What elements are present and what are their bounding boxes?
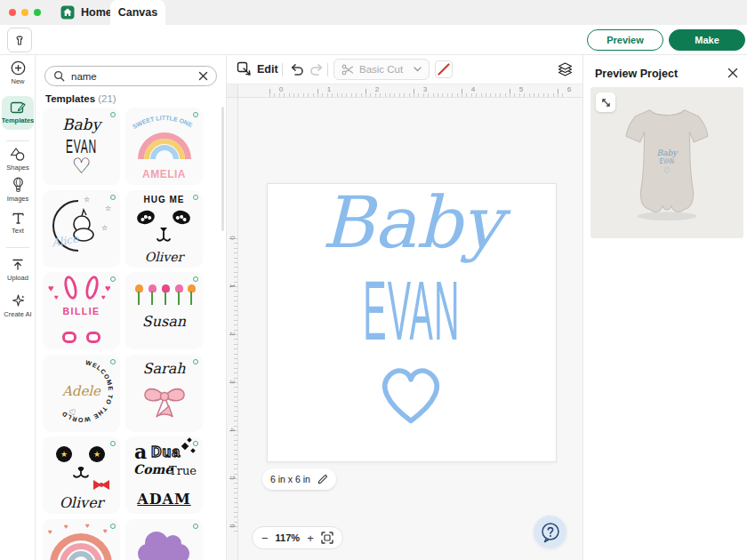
template-card-purple-cloud[interactable] — [125, 519, 203, 560]
sparkle-icon — [181, 443, 189, 450]
template-card-boho-rainbow[interactable]: ♥ ♥ ♥ ♥ ♥ — [43, 519, 120, 560]
fit-to-screen-icon[interactable] — [321, 532, 333, 544]
sidebar-item-templates-label: Templates — [2, 116, 35, 124]
design-heart-shape[interactable] — [375, 351, 446, 436]
cat-eye: ★ — [56, 446, 72, 462]
ruler-corner — [227, 84, 238, 98]
bow-graphic — [141, 383, 189, 420]
preview-button[interactable]: Preview — [587, 29, 663, 51]
zoom-out-button[interactable]: − — [261, 532, 269, 544]
canvas-toolbar: Edit Basic Cut — [227, 55, 582, 84]
sidebar-item-templates[interactable]: Templates — [2, 96, 34, 130]
results-title: Templates — [45, 93, 95, 104]
expand-preview-button[interactable] — [596, 92, 615, 112]
template-card-adam[interactable]: a Dua Come True ADAM — [125, 436, 203, 514]
cut-badge-icon — [193, 441, 198, 446]
template-card-oliver-cat[interactable]: ★ ★ Oliver — [43, 436, 120, 514]
sidebar-item-upload[interactable]: Upload — [2, 258, 34, 282]
sidebar-item-images[interactable]: Images — [2, 177, 34, 203]
close-window-button[interactable] — [9, 9, 16, 16]
design-text-evan[interactable]: EVAN — [351, 276, 472, 345]
heart-icon: ♥ — [48, 283, 54, 293]
preview-panel-title: Preview Project — [595, 68, 678, 80]
home-icon — [60, 5, 75, 20]
tab-home-label: Home — [81, 6, 112, 19]
upload-icon — [11, 258, 25, 272]
canvas-size-pill[interactable]: 6 in x 6 in — [262, 468, 336, 490]
help-button[interactable] — [534, 516, 566, 548]
cut-badge-icon — [193, 276, 198, 282]
ruler-tick-label: 0 — [229, 233, 237, 244]
edit-pencil-icon[interactable] — [317, 474, 328, 485]
zoom-in-button[interactable]: + — [307, 532, 314, 544]
heart-icon: ♥ — [101, 293, 106, 301]
close-icon[interactable] — [726, 66, 740, 80]
templates-icon — [10, 100, 26, 115]
panda-nose — [155, 226, 173, 245]
sidebar-item-text[interactable]: Text — [2, 212, 34, 235]
template-card-susan[interactable]: Susan — [125, 272, 203, 349]
zoom-window-button[interactable] — [34, 9, 41, 16]
template-text: Sarah — [125, 362, 203, 376]
undo-button[interactable] — [289, 61, 305, 77]
toolbar-divider — [327, 63, 328, 76]
ruler-tick-label: 2 — [229, 329, 237, 340]
design-canvas-mat[interactable]: Baby EVAN — [267, 183, 557, 462]
template-card-amelia[interactable]: SWEET LITTLE ONE AMELIA — [125, 108, 203, 185]
design-text-baby[interactable]: Baby — [268, 186, 556, 260]
panda-eye — [171, 209, 191, 226]
edit-button[interactable]: Edit — [237, 61, 278, 76]
sidebar-item-new[interactable]: New — [2, 60, 34, 85]
bunny-paw — [86, 332, 100, 343]
panel-scrollbar[interactable] — [221, 107, 224, 231]
question-bubble-icon — [540, 522, 561, 543]
linetype-dropdown[interactable]: Basic Cut — [333, 59, 430, 80]
template-card-alice[interactable]: ☆ ☆ ☆ Alice — [43, 190, 120, 268]
baby-onesie-preview: Baby EVAN ♡ — [622, 103, 711, 225]
onesie-design-heart: ♡ — [622, 167, 711, 175]
template-card-hug-me-oliver[interactable]: HUG ME Oliver — [125, 190, 203, 268]
shirt-icon — [12, 34, 27, 47]
cloud-graphic — [138, 544, 189, 560]
template-card-billie[interactable]: ♥ ♥ ♥ ♥ BILLIE — [43, 272, 120, 349]
search-input[interactable]: name — [44, 66, 217, 86]
template-text: True — [169, 464, 197, 477]
heart-icon: ♥ — [64, 523, 68, 531]
ruler-tick-label: 1 — [324, 85, 334, 93]
sidebar-item-create-ai-label: Create AI — [4, 310, 31, 318]
cut-badge-icon — [110, 524, 116, 529]
ruler-tick-label: 4 — [468, 85, 478, 93]
minimize-window-button[interactable] — [21, 9, 28, 16]
sidebar-item-shapes[interactable]: Shapes — [2, 147, 34, 172]
sparkle-icon — [190, 448, 196, 453]
search-icon — [53, 70, 65, 82]
project-type-button[interactable] — [7, 28, 32, 52]
ruler-tick-label: 0 — [276, 85, 286, 93]
onesie-design-text: EVAN — [636, 157, 698, 166]
template-text: Oliver — [125, 251, 203, 263]
bunny-ear — [84, 275, 100, 300]
sidebar-item-create-ai[interactable]: Create AI — [2, 293, 34, 318]
ruler-tick-label: 3 — [420, 85, 430, 93]
template-text: ADAM — [125, 492, 203, 507]
sidebar-item-new-label: New — [11, 77, 24, 85]
redo-button[interactable] — [309, 61, 325, 77]
canvas-size-label: 6 in x 6 in — [270, 474, 310, 484]
clear-search-icon[interactable] — [198, 71, 208, 81]
tab-canvas[interactable]: Canvas — [110, 0, 165, 25]
zoom-level: 117% — [276, 532, 301, 543]
cut-badge-icon — [110, 441, 116, 446]
expand-icon — [600, 97, 612, 108]
template-card-adele[interactable]: WELCOME TO THE WORLD Adele ♡ — [43, 355, 120, 432]
sparkle-icon — [187, 437, 192, 443]
color-swatch-button[interactable] — [435, 60, 453, 78]
make-button[interactable]: Make — [669, 29, 745, 51]
heart-icon: ♥ — [105, 283, 111, 293]
template-card-baby-evan[interactable]: Baby EVAN ♡ — [43, 108, 120, 185]
template-text: AMELIA — [125, 169, 203, 180]
layers-button[interactable] — [557, 61, 574, 77]
ruler-tick-label: 4 — [229, 425, 237, 436]
sparkles-icon — [11, 293, 26, 308]
heart-icon: ♥ — [85, 522, 90, 530]
template-card-sarah[interactable]: Sarah — [125, 355, 203, 432]
